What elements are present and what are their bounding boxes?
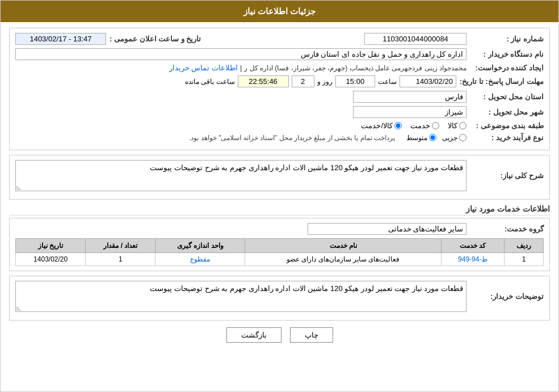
- category-option-both: کالا/خدمت: [361, 121, 402, 130]
- service-group-label: گروه خدمت:: [470, 225, 544, 233]
- need-number-value: 1103001044000084: [364, 33, 466, 45]
- col-unit: واحد اندازه گیری: [155, 239, 245, 253]
- cell-date: 1403/02/20: [16, 253, 86, 266]
- category-radio-both[interactable]: [394, 122, 402, 129]
- creator-label: ایجاد کننده درخواست:: [470, 64, 544, 72]
- process-options-row: جزیی متوسط پرداخت تمام یا بخشی از مبلغ خ…: [189, 134, 466, 142]
- process-label-jozi: جزیی: [442, 134, 457, 142]
- city-input[interactable]: [353, 106, 466, 118]
- back-button[interactable]: بازگشت: [226, 327, 281, 343]
- cell-code: ط-94-949: [442, 253, 505, 266]
- description-textarea[interactable]: قطعات مورد نیاز جهت تعمیر لودر هیکو 120 …: [15, 160, 466, 191]
- process-radio-motavasset[interactable]: [429, 134, 436, 141]
- buyer-desc-textarea[interactable]: قطعات مورد نیاز جهت تعمیر لودر هیکو 120 …: [15, 281, 466, 312]
- deadline-time-row: 1403/02/20 ساعت 15:00 روز و 2 22:55:46 س…: [185, 75, 456, 87]
- row-description: شرح کلی نیاز: قطعات مورد نیاز جهت تعمیر …: [15, 160, 544, 191]
- date-time-value: 1403/02/17 - 13:47: [15, 33, 106, 45]
- cell-name: فعالیت‌های سایر سازمان‌های دارای عضو: [245, 253, 442, 266]
- category-label-both: کالا/خدمت: [361, 121, 393, 130]
- deadline-days: 2: [292, 75, 314, 87]
- day-label: روز و: [317, 78, 333, 86]
- row-deadline: مهلت ارسال پاسخ: تا تاریخ: 1403/02/20 سا…: [15, 75, 544, 87]
- category-label: طبقه بندی موضوعی :: [470, 121, 544, 130]
- cell-unit: مقطوع: [155, 253, 245, 266]
- org-name-input[interactable]: [15, 48, 466, 60]
- creator-value: محمدجواد زینی فردجهرمی عامل ذیحساب (جهرم…: [244, 64, 466, 72]
- province-label: استان محل تحویل :: [470, 92, 544, 101]
- col-row-num: ردیف: [505, 239, 544, 253]
- services-section: گروه خدمت: ردیف کد خدمت نام خدمت واحد ان…: [9, 218, 550, 271]
- category-option-kala: کالا: [448, 121, 466, 130]
- process-motavasset: متوسط: [406, 134, 436, 142]
- col-quantity: تعداد / مقدار: [86, 239, 155, 253]
- deadline-remaining-time: 22:55:46: [238, 75, 289, 87]
- row-org-name: نام دستگاه خریدار :: [15, 48, 544, 60]
- row-service-group: گروه خدمت:: [15, 223, 544, 235]
- cell-quantity: 1: [86, 253, 155, 266]
- print-button[interactable]: چاپ: [290, 327, 333, 343]
- col-service-code: کد خدمت: [442, 239, 505, 253]
- deadline-date: 1403/02/20: [400, 75, 456, 87]
- main-info-section: شماره نیاز : 1103001044000084 تاریخ و سا…: [9, 28, 550, 150]
- service-group-input[interactable]: [308, 223, 466, 235]
- process-label-motavasset: متوسط: [406, 134, 427, 142]
- category-radio-group: کالا خدمت کالا/خدمت: [361, 121, 466, 130]
- creator-link-separator: |: [240, 64, 242, 72]
- description-section: شرح کلی نیاز: قطعات مورد نیاز جهت تعمیر …: [9, 155, 550, 200]
- cell-row-num: 1: [505, 253, 544, 266]
- need-number-label: شماره نیاز :: [470, 35, 544, 43]
- category-label-service: خدمت: [410, 121, 430, 130]
- purchase-type-label: نوع فرآیند خرید :: [470, 133, 544, 142]
- category-option-service: خدمت: [410, 121, 439, 130]
- row-province: استان محل تحویل :: [15, 91, 544, 103]
- row-city: شهر محل تحویل :: [15, 106, 544, 118]
- table-row: 1 ط-94-949 فعالیت‌های سایر سازمان‌های دا…: [16, 253, 544, 266]
- row-creator: ایجاد کننده درخواست: محمدجواد زینی فردجه…: [15, 64, 544, 72]
- description-label: شرح کلی نیاز:: [470, 171, 544, 180]
- services-table: ردیف کد خدمت نام خدمت واحد اندازه گیری ت…: [15, 238, 544, 266]
- category-radio-kala[interactable]: [459, 122, 466, 129]
- buyer-desc-label: توضیحات خریدار:: [470, 292, 544, 301]
- hour-label: ساعت: [378, 78, 397, 86]
- process-radio-jozi[interactable]: [459, 134, 466, 141]
- page-header: جزئیات اطلاعات نیاز: [1, 1, 558, 22]
- deadline-label: مهلت ارسال پاسخ: تا تاریخ:: [460, 77, 544, 86]
- services-table-container: ردیف کد خدمت نام خدمت واحد اندازه گیری ت…: [15, 238, 544, 266]
- category-radio-service[interactable]: [432, 122, 439, 129]
- row-purchase-type: نوع فرآیند خرید : جزیی متوسط پرداخت تمام…: [15, 133, 544, 142]
- table-header-row: ردیف کد خدمت نام خدمت واحد اندازه گیری ت…: [16, 239, 544, 253]
- row-need-number: شماره نیاز : 1103001044000084 تاریخ و سا…: [15, 33, 544, 45]
- remaining-label: ساعت باقی مانده: [185, 78, 235, 86]
- col-service-name: نام خدمت: [245, 239, 442, 253]
- buyer-desc-section: توضیحات خریدار: قطعات مورد نیاز جهت تعمی…: [9, 276, 550, 321]
- process-jozi: جزیی: [442, 134, 466, 142]
- purchase-type-note: پرداخت تمام یا بخشی از مبلغ خریدار محل "…: [189, 134, 395, 142]
- col-date: تاریخ نیاز: [16, 239, 86, 253]
- row-buyer-desc: توضیحات خریدار: قطعات مورد نیاز جهت تعمی…: [15, 281, 544, 312]
- services-section-title: اطلاعات خدمات مورد نیاز: [9, 204, 550, 216]
- header-title: جزئیات اطلاعات نیاز: [243, 6, 316, 16]
- creator-contact-link[interactable]: اطلاعات تماس خریدار: [169, 64, 238, 72]
- deadline-time: 15:00: [335, 75, 375, 87]
- org-name-label: نام دستگاه خریدار :: [470, 50, 544, 58]
- province-input[interactable]: [353, 91, 466, 103]
- city-label: شهر محل تحویل :: [470, 108, 544, 116]
- button-bar: چاپ بازگشت: [9, 327, 550, 343]
- category-label-kala: کالا: [448, 121, 457, 130]
- row-category: طبقه بندی موضوعی : کالا خدمت: [15, 121, 544, 130]
- date-time-label: تاریخ و ساعت اعلان عمومی :: [110, 35, 212, 43]
